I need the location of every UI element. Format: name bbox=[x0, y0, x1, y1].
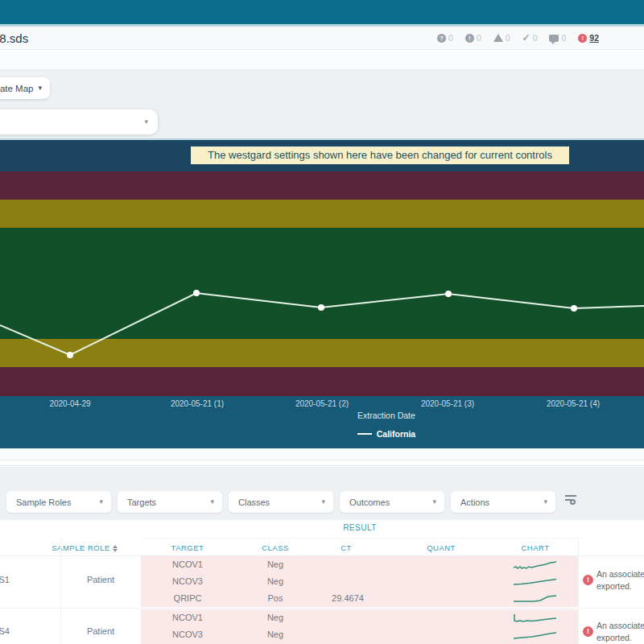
filter-bar: Sample Roles ▾ Targets ▾ Classes ▾ Outco… bbox=[0, 467, 644, 520]
target-cell: NCOV1 bbox=[147, 556, 228, 573]
col-header-ct[interactable]: CT bbox=[306, 543, 386, 552]
sample-role-cell: Patient bbox=[60, 575, 141, 584]
results-table: RESULT SAMPLE ROLE TARGET CLASS CT QUANT… bbox=[0, 520, 644, 644]
question-circle-icon: ? bbox=[437, 34, 446, 43]
class-cell: Neg bbox=[235, 556, 316, 573]
divider bbox=[141, 538, 578, 539]
control-chart: The westgard settings shown here have be… bbox=[0, 138, 644, 448]
target-cell: NCOV1 bbox=[147, 609, 228, 626]
filter-classes[interactable]: Classes ▾ bbox=[229, 491, 333, 513]
sparkline-chart bbox=[513, 628, 558, 641]
x-axis-title: Extraction Date bbox=[306, 411, 467, 420]
question-counter[interactable]: ? 0 bbox=[437, 33, 453, 43]
chart-view-select[interactable]: ▾ bbox=[0, 109, 158, 134]
exclamation-circle-icon: ! bbox=[465, 34, 474, 43]
class-cell: Pos bbox=[235, 590, 316, 607]
chevron-down-icon: ▾ bbox=[99, 498, 103, 506]
chevron-down-icon: ▾ bbox=[432, 498, 436, 506]
chevron-down-icon: ▾ bbox=[543, 498, 547, 506]
sparkline-chart bbox=[513, 558, 558, 571]
legend-label: California bbox=[377, 429, 415, 439]
sort-icon[interactable] bbox=[113, 545, 118, 552]
warning-message: An associated ex exported. bbox=[597, 568, 644, 592]
x-tick: 2020-05-21 (3) bbox=[399, 399, 496, 408]
sample-role-cell: Patient bbox=[60, 626, 141, 636]
section-divider bbox=[0, 461, 644, 466]
checkmark-icon: ✓ bbox=[522, 32, 530, 43]
chart-legend[interactable]: California bbox=[306, 429, 467, 439]
x-tick: 2020-04-29 bbox=[22, 399, 118, 408]
section-divider bbox=[0, 448, 644, 460]
col-header-class[interactable]: CLASS bbox=[235, 543, 316, 552]
toolbar-section: Plate Map ▾ ▾ bbox=[0, 70, 644, 138]
info-counter[interactable]: ! 0 bbox=[465, 33, 481, 43]
filter-outcomes[interactable]: Outcomes ▾ bbox=[340, 491, 444, 513]
filter-sample-roles[interactable]: Sample Roles ▾ bbox=[6, 491, 111, 513]
sample-name: S1 bbox=[0, 575, 10, 584]
col-header-target[interactable]: TARGET bbox=[147, 543, 228, 552]
file-name: 08.sds bbox=[0, 31, 28, 45]
legend-line-icon bbox=[357, 433, 372, 435]
class-cell: Neg bbox=[235, 609, 316, 626]
app-screen: 08.sds ? 0 ! 0 0 ✓ 0 0 ! bbox=[0, 0, 644, 644]
file-header: 08.sds ? 0 ! 0 0 ✓ 0 0 ! bbox=[0, 27, 644, 50]
westgard-notice: The westgard settings shown here have be… bbox=[191, 147, 569, 164]
result-group-header: RESULT bbox=[279, 523, 440, 532]
filter-targets[interactable]: Targets ▾ bbox=[118, 491, 222, 513]
sample-name: S4 bbox=[0, 626, 10, 636]
warning-counter[interactable]: 0 bbox=[493, 33, 510, 43]
column-divider bbox=[578, 538, 579, 644]
filter-settings-icon[interactable] bbox=[565, 494, 578, 507]
app-topbar bbox=[0, 0, 644, 24]
sparkline-chart bbox=[513, 575, 558, 588]
chevron-down-icon: ▾ bbox=[210, 498, 214, 506]
filter-actions[interactable]: Actions ▾ bbox=[451, 491, 555, 513]
col-header-sample-role[interactable]: SAMPLE ROLE bbox=[36, 543, 133, 552]
warning-icon[interactable]: ! bbox=[583, 626, 593, 637]
target-cell: QRIPC bbox=[147, 590, 228, 607]
series-line bbox=[0, 140, 644, 396]
x-tick: 2020-05-21 (4) bbox=[525, 399, 621, 408]
class-cell: Neg bbox=[235, 626, 316, 643]
warning-message: An associated ex exported. bbox=[597, 620, 644, 644]
header-spacer bbox=[0, 50, 644, 70]
warning-icon[interactable]: ! bbox=[583, 575, 593, 585]
x-tick: 2020-05-21 (1) bbox=[149, 399, 246, 408]
chevron-down-icon: ▾ bbox=[321, 498, 325, 506]
comment-counter[interactable]: 0 bbox=[549, 33, 566, 43]
target-cell: NCOV3 bbox=[147, 573, 228, 590]
x-tick: 2020-05-21 (2) bbox=[274, 399, 370, 408]
ct-cell: 29.4674 bbox=[308, 590, 388, 607]
row-divider bbox=[0, 608, 644, 609]
warning-triangle-icon bbox=[493, 34, 503, 42]
target-cell: NCOV3 bbox=[147, 626, 228, 643]
chevron-down-icon: ▾ bbox=[38, 85, 42, 92]
col-header-quant[interactable]: QUANT bbox=[401, 543, 481, 552]
check-counter[interactable]: ✓ 0 bbox=[522, 32, 538, 43]
class-cell: Neg bbox=[235, 573, 316, 590]
col-header-chart[interactable]: CHART bbox=[495, 543, 576, 552]
comment-icon bbox=[549, 35, 559, 42]
plate-map-button[interactable]: Plate Map ▾ bbox=[0, 77, 50, 99]
error-circle-icon: ! bbox=[578, 34, 587, 43]
error-counter[interactable]: ! 92 bbox=[578, 33, 599, 43]
status-counters: ? 0 ! 0 0 ✓ 0 0 ! 92 bbox=[437, 32, 599, 43]
sparkline-chart bbox=[513, 611, 558, 624]
sparkline-chart bbox=[513, 592, 558, 605]
chevron-down-icon: ▾ bbox=[144, 118, 148, 126]
